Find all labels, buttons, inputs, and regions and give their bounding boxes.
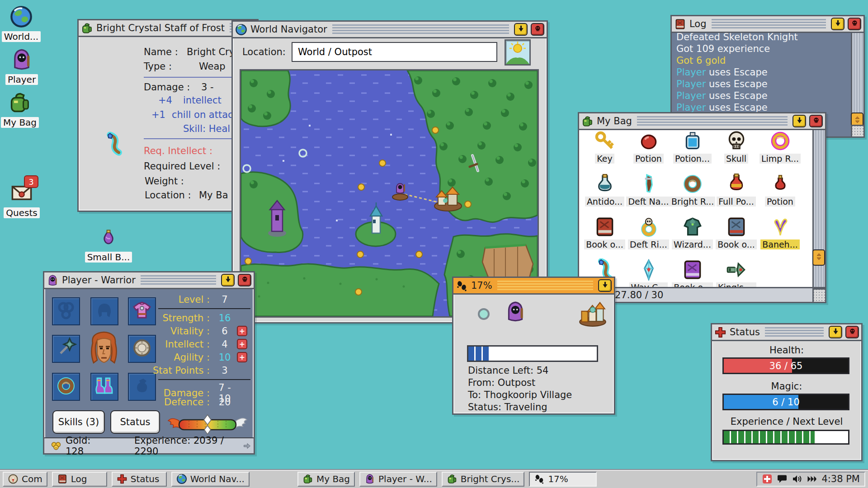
taskbar-button-label: Bright Crys... (461, 474, 520, 484)
log-resize-grip[interactable] (851, 125, 863, 136)
minimize-button[interactable] (793, 115, 806, 127)
bag-item[interactable]: Key (583, 130, 627, 164)
minimize-button[interactable] (598, 279, 612, 292)
close-button[interactable] (809, 115, 823, 127)
travel-content: Distance Left: 54 From: Outpost To: Thog… (453, 295, 614, 413)
bag-item-label: Antido... (585, 197, 624, 206)
skills-button[interactable]: Skills (3) (52, 410, 105, 434)
expand-arrow-icon[interactable] (242, 441, 252, 451)
equip-slot-amulet[interactable] (52, 297, 80, 325)
close-button[interactable] (845, 326, 859, 338)
bag-item[interactable]: Book o... (714, 210, 758, 249)
taskbar-button-bright-crys-[interactable]: Bright Crys... (442, 472, 525, 487)
bag-item[interactable]: Book o... (670, 253, 714, 288)
bag-capacity-bar: 27.80 / 30 (579, 287, 825, 302)
equip-slot-pouch[interactable] (128, 373, 156, 401)
book-red-icon (57, 474, 68, 484)
player-titlebar[interactable]: Player - Warrior (44, 272, 254, 289)
item-bonus2-text: chill on attack (172, 109, 239, 120)
item-type-value: Weap (199, 61, 226, 72)
mace-icon (55, 337, 77, 361)
bag-item[interactable]: King's ... (714, 253, 758, 288)
stat-row: Strength :16 (153, 311, 250, 324)
bag-item[interactable]: Potion (758, 167, 802, 206)
stat-plus-button[interactable]: + (237, 326, 247, 336)
backpack-icon (81, 22, 93, 34)
taskbar-button-player-w-[interactable]: Player - W... (359, 472, 437, 487)
equip-slot-ring[interactable] (52, 373, 80, 401)
speech-icon[interactable] (777, 474, 788, 484)
bag-titlebar[interactable]: My Bag (579, 113, 825, 130)
magic-label: Magic: (712, 381, 861, 392)
stat-plus-button[interactable]: + (237, 352, 247, 362)
minimize-button[interactable] (221, 274, 235, 286)
stat-plus-button[interactable]: + (237, 339, 247, 349)
desktop-icon-player[interactable]: Player (0, 47, 47, 85)
player-icon (10, 47, 33, 72)
taskbar-button-my-bag[interactable]: My Bag (297, 472, 355, 487)
minimize-button[interactable] (514, 23, 528, 36)
karma-gauge[interactable] (167, 414, 248, 436)
taskbar-button-log[interactable]: Log (52, 472, 107, 487)
bag-item[interactable]: Way C... (627, 253, 670, 288)
equip-slot-weapon[interactable] (52, 335, 80, 363)
coins-icon (51, 440, 61, 452)
tray-cross-icon[interactable] (762, 474, 773, 484)
bag-item[interactable]: Bright R... (670, 167, 714, 206)
bag-item[interactable]: Potion (627, 130, 670, 164)
bag-item[interactable]: Deft Na... (627, 167, 670, 206)
desktop-icon-quests[interactable]: 3 Quests (0, 181, 47, 218)
item-bonus1-num: +4 (158, 95, 172, 106)
travel-titlebar[interactable]: 17% (453, 278, 614, 295)
bag-item[interactable]: Potion... (670, 130, 714, 164)
minimize-button[interactable] (831, 18, 844, 30)
bag-item[interactable]: Deft Ri... (627, 210, 670, 249)
close-button[interactable] (238, 274, 251, 286)
navigator-titlebar[interactable]: World Navigator (233, 22, 547, 38)
bag-item[interactable]: Full Po... (714, 167, 758, 206)
speaker-icon[interactable] (792, 474, 802, 484)
equip-slot-helmet[interactable] (90, 297, 118, 325)
bag-item[interactable]: Wizard... (670, 210, 714, 249)
bag-item[interactable]: Skull (714, 130, 758, 164)
close-button[interactable] (848, 18, 861, 30)
staff-item-icon (102, 123, 126, 164)
stat-value: 10 (212, 352, 237, 363)
taskbar-button-label: Com (22, 474, 42, 484)
log-window-titlebar[interactable]: Log (672, 16, 863, 33)
item-window-titlebar[interactable]: Bright Crystal Staff of Frost (79, 20, 257, 37)
close-button[interactable] (531, 23, 544, 36)
taskbar-button-17-[interactable]: 17% (529, 472, 597, 487)
ffwd-icon[interactable] (807, 474, 817, 484)
stat-value: 20 (212, 397, 237, 408)
xp-label: Experience / Next Level (712, 416, 861, 427)
desktop-icon-world[interactable]: World... (0, 5, 46, 42)
status-titlebar[interactable]: Status (712, 324, 861, 341)
taskbar-button-com[interactable]: Com (3, 472, 47, 487)
desktop-icon-label: Quests (4, 207, 39, 218)
health-label: Health: (712, 345, 861, 356)
equip-slot-shield[interactable] (128, 335, 156, 363)
bag-resize-grip[interactable] (812, 288, 825, 302)
bag-item[interactable]: Baneh... (758, 210, 802, 249)
bag-capacity: 27.80 / 30 (615, 290, 663, 300)
taskbar-button-status[interactable]: Status (112, 472, 167, 487)
navigator-title: World Navigator (250, 24, 327, 35)
bag-item[interactable]: Antido... (583, 167, 627, 206)
location-input[interactable] (292, 42, 497, 62)
stat-label: Stat Points : (153, 365, 212, 376)
equip-slot-boots[interactable] (90, 373, 118, 401)
status-button[interactable]: Status (110, 410, 160, 434)
bag-item[interactable]: Limp R... (758, 130, 802, 164)
bag-item[interactable]: Book o... (583, 210, 627, 249)
equip-slot-armor[interactable] (128, 297, 156, 325)
bag-grid: KeyPotionPotion...SkullLimp R...Antido..… (583, 130, 805, 288)
travel-from: From: Outpost (468, 377, 572, 389)
minimize-button[interactable] (829, 326, 842, 338)
desktop-icon-smallbag[interactable]: Small B... (84, 226, 133, 263)
item-location-value: My Ba (199, 190, 228, 201)
bag-scroll-button[interactable] (812, 249, 825, 266)
desktop-icon-mybag[interactable]: My Bag (0, 90, 45, 128)
taskbar-button-world-nav-[interactable]: World Nav... (171, 472, 250, 487)
bag-content: KeyPotionPotion...SkullLimp R...Antido..… (579, 130, 825, 288)
